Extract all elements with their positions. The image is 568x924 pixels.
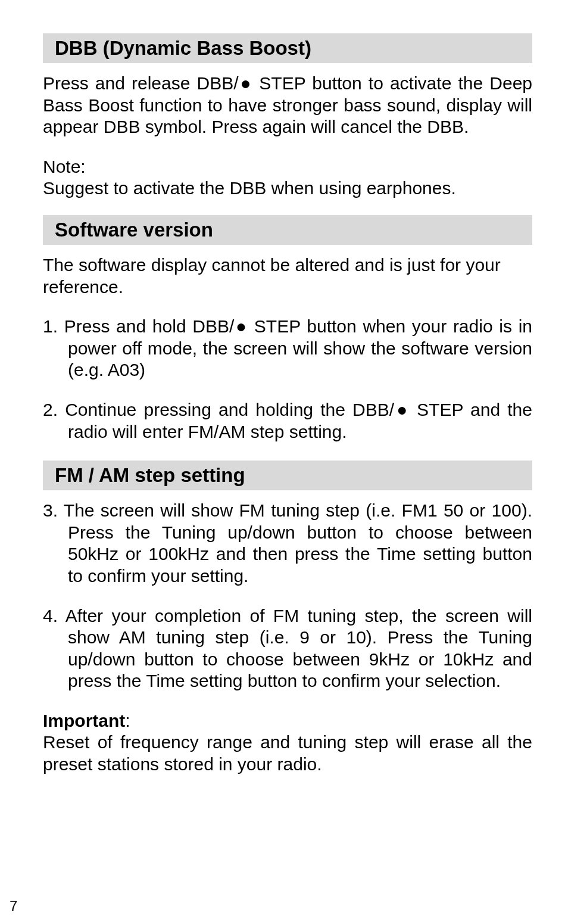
heading-software-version: Software version [43, 215, 532, 245]
list-item-2: 2. Continue pressing and holding the DBB… [43, 399, 532, 443]
paragraph-dbb-intro: Press and release DBB/● STEP button to a… [43, 73, 532, 138]
important-block: Important: [43, 710, 532, 732]
page-number: 7 [10, 898, 17, 914]
note-label: Note: [43, 156, 532, 178]
important-text: Reset of frequency range and tuning step… [43, 732, 532, 775]
important-label: Important [43, 711, 125, 730]
list-item-3: 3. The screen will show FM tuning step (… [43, 500, 532, 587]
heading-dbb: DBB (Dynamic Bass Boost) [43, 33, 532, 63]
note-text: Suggest to activate the DBB when using e… [43, 178, 532, 200]
list-item-1: 1. Press and hold DBB/● STEP button when… [43, 316, 532, 381]
list-item-4: 4. After your completion of FM tuning st… [43, 605, 532, 692]
important-colon: : [125, 711, 130, 730]
heading-fm-am-step: FM / AM step setting [43, 461, 532, 490]
document-page: DBB (Dynamic Bass Boost) Press and relea… [0, 0, 568, 924]
paragraph-software-intro: The software display cannot be altered a… [43, 254, 532, 298]
